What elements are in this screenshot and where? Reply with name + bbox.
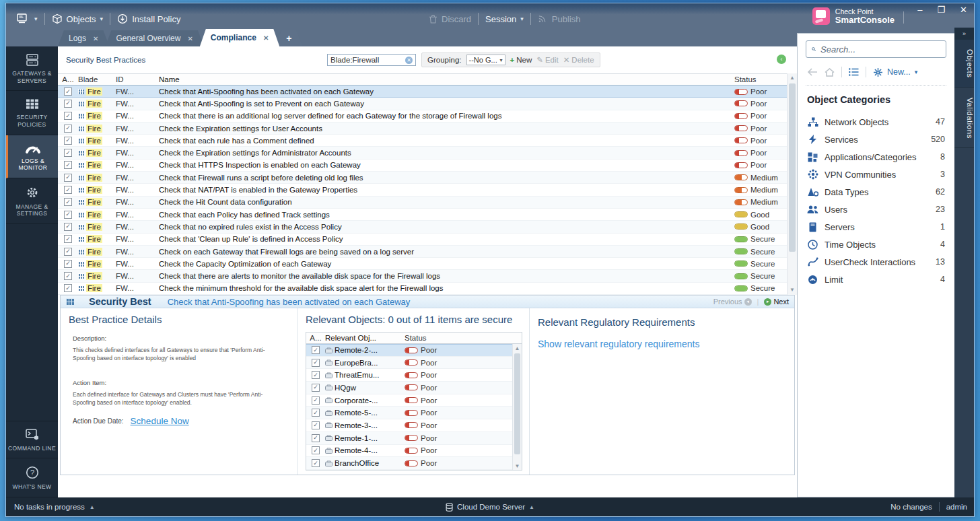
new-tab-button[interactable]: +	[275, 30, 302, 46]
clear-filter-icon[interactable]: ✕	[405, 57, 413, 64]
row-checkbox[interactable]: ✓	[64, 198, 72, 206]
row-checkbox[interactable]: ✓	[64, 211, 72, 219]
row-checkbox[interactable]: ✓	[312, 409, 320, 417]
close-tab-icon[interactable]: ✕	[187, 35, 193, 42]
app-menu-button[interactable]: ▾	[6, 13, 44, 24]
grouping-select[interactable]: --No G... ▾	[466, 55, 505, 65]
row-checkbox[interactable]: ✓	[312, 371, 320, 379]
category-time-objects[interactable]: Time Objects 4	[806, 236, 946, 253]
relevant-object-row[interactable]: ✓Remote-2-...Poor	[306, 344, 522, 357]
scrollbar-thumb[interactable]	[789, 83, 796, 252]
search-input[interactable]	[820, 44, 940, 55]
new-group-button[interactable]: + New	[510, 56, 532, 64]
best-practice-row[interactable]: ✓FireFW...Check that there are alerts to…	[58, 270, 797, 282]
relevant-object-row[interactable]: ✓ThreatEmu...Poor	[306, 369, 522, 382]
server-status[interactable]: Cloud Demo Server ▲	[446, 503, 534, 512]
category-limit[interactable]: Limit 4	[806, 271, 946, 288]
relevant-object-row[interactable]: ✓Remote-4-...Poor	[306, 445, 522, 458]
nav-security-policies[interactable]: SECURITY POLICIES	[6, 91, 58, 135]
side-tab-objects[interactable]: Objects	[954, 40, 974, 88]
best-practice-row[interactable]: ✓FireFW...Check that 'Clean up Rule' is …	[58, 234, 797, 246]
column-name[interactable]: Name	[159, 75, 734, 83]
install-policy-button[interactable]: Install Policy	[110, 13, 187, 24]
row-checkbox[interactable]: ✓	[312, 434, 320, 442]
scroll-down-icon[interactable]: ▼	[513, 462, 522, 471]
session-menu-button[interactable]: Session ▾	[479, 14, 530, 24]
row-checkbox[interactable]: ✓	[312, 396, 320, 405]
relevant-object-row[interactable]: ✓Remote-3-...Poor	[306, 419, 522, 432]
best-practice-row[interactable]: ✓FireFW...Check that NAT/PAT is enabled …	[58, 184, 797, 196]
row-checkbox[interactable]: ✓	[312, 359, 320, 367]
next-button[interactable]: ▸ Next	[764, 298, 789, 306]
row-checkbox[interactable]: ✓	[64, 260, 72, 268]
row-checkbox[interactable]: ✓	[64, 174, 72, 182]
table-scrollbar[interactable]: ▲ ▼	[787, 73, 797, 295]
row-checkbox[interactable]: ✓	[64, 88, 72, 96]
best-practice-row[interactable]: ✓FireFW...Check the Capacity Optimizatio…	[58, 258, 797, 270]
best-practice-row[interactable]: ✓FireFW...Check the Hit Count data confi…	[58, 197, 797, 209]
list-view-icon[interactable]	[849, 68, 859, 76]
category-vpn-communities[interactable]: VPN Communities 3	[806, 166, 946, 183]
objects-menu-button[interactable]: Objects ▾	[45, 13, 110, 24]
column-status[interactable]: Status	[734, 75, 787, 83]
tab-logs[interactable]: Logs ✕	[58, 30, 109, 46]
object-search[interactable]	[806, 40, 946, 58]
row-checkbox[interactable]: ✓	[312, 459, 320, 467]
row-checkbox[interactable]: ✓	[64, 186, 72, 194]
row-checkbox[interactable]: ✓	[312, 346, 320, 354]
nav-whats-new[interactable]: ? WHAT'S NEW	[6, 458, 58, 497]
category-users[interactable]: Users 23	[806, 201, 946, 218]
tab-compliance[interactable]: Compliance ✕	[200, 29, 279, 46]
relevant-object-row[interactable]: ✓Corporate-...Poor	[306, 394, 522, 407]
best-practice-row[interactable]: ✓FireFW...Check the Expiration settings …	[58, 123, 797, 135]
best-practice-row[interactable]: ✓FireFW...Check that no expired rules ex…	[58, 221, 797, 233]
nav-gateways-servers[interactable]: GATEWAYS & SERVERS	[6, 46, 58, 91]
category-servers[interactable]: Servers 1	[806, 218, 946, 236]
row-checkbox[interactable]: ✓	[312, 384, 320, 392]
scrollbar-thumb[interactable]	[514, 353, 520, 454]
row-checkbox[interactable]: ✓	[64, 100, 72, 108]
column-blade[interactable]: Blade	[78, 75, 116, 83]
close-tab-icon[interactable]: ✕	[93, 35, 98, 42]
collapse-panel-button[interactable]: ‹	[777, 55, 786, 64]
row-checkbox[interactable]: ✓	[312, 446, 320, 454]
maximize-button[interactable]: ❐	[937, 5, 945, 15]
relevant-object-row[interactable]: ✓HQgwPoor	[306, 382, 522, 394]
best-practice-row[interactable]: ✓FireFW...Check that each rule has a Com…	[58, 135, 797, 147]
row-checkbox[interactable]: ✓	[64, 125, 72, 133]
minimize-button[interactable]: –	[917, 5, 922, 15]
relevant-object-row[interactable]: ✓EuropeBra...Poor	[306, 357, 522, 370]
relevant-object-row[interactable]: ✓Remote-5-...Poor	[306, 407, 522, 419]
scroll-up-icon[interactable]: ▲	[788, 73, 797, 83]
row-checkbox[interactable]: ✓	[64, 235, 72, 243]
relevant-objects-scrollbar[interactable]: ▲ ▼	[512, 344, 522, 471]
column-id[interactable]: ID	[116, 75, 159, 83]
close-button[interactable]: ✕	[960, 5, 967, 15]
relevant-object-row[interactable]: ✓BranchOfficePoor	[306, 457, 522, 470]
expand-panel-button[interactable]: »	[954, 28, 974, 40]
category-services[interactable]: Services 520	[806, 131, 946, 148]
category-network-objects[interactable]: Network Objects 47	[806, 113, 946, 131]
best-practice-row[interactable]: ✓FireFW...Check that Anti-Spoofing is se…	[58, 98, 797, 110]
best-practice-row[interactable]: ✓FireFW...Check that HTTPS Inspection is…	[58, 160, 797, 172]
category-usercheck[interactable]: UserCheck Interactions 13	[806, 253, 946, 271]
nav-manage-settings[interactable]: MANAGE & SETTINGS	[6, 178, 58, 224]
best-practice-row[interactable]: ✓FireFW...Check that Anti-Spoofing has b…	[58, 85, 797, 98]
nav-command-line[interactable]: COMMAND LINE	[6, 421, 58, 459]
best-practice-row[interactable]: ✓FireFW...Check the Expiration settings …	[58, 147, 797, 159]
relevant-object-row[interactable]: ✓Remote-1-...Poor	[306, 432, 522, 445]
row-checkbox[interactable]: ✓	[64, 248, 72, 256]
best-practice-row[interactable]: ✓FireFW...Check on each Gateway that Fir…	[58, 246, 797, 258]
category-data-types[interactable]: Data Types 62	[806, 183, 946, 201]
show-regulatory-link[interactable]: Show relevant regulatory requirements	[538, 339, 786, 349]
best-practice-row[interactable]: ✓FireFW...Check that there is an additio…	[58, 110, 797, 123]
tasks-status[interactable]: No tasks in progress ▲	[6, 503, 95, 511]
row-checkbox[interactable]: ✓	[64, 284, 72, 292]
tab-general-overview[interactable]: General Overview ✕	[105, 30, 203, 46]
scroll-up-icon[interactable]: ▲	[513, 344, 522, 353]
row-checkbox[interactable]: ✓	[64, 272, 72, 280]
row-checkbox[interactable]: ✓	[64, 223, 72, 231]
best-practice-row[interactable]: ✓FireFW...Check the minimum threshold fo…	[58, 283, 797, 295]
schedule-now-link[interactable]: Schedule Now	[131, 416, 189, 426]
best-practice-row[interactable]: ✓FireFW...Check that each Policy has def…	[58, 209, 797, 221]
